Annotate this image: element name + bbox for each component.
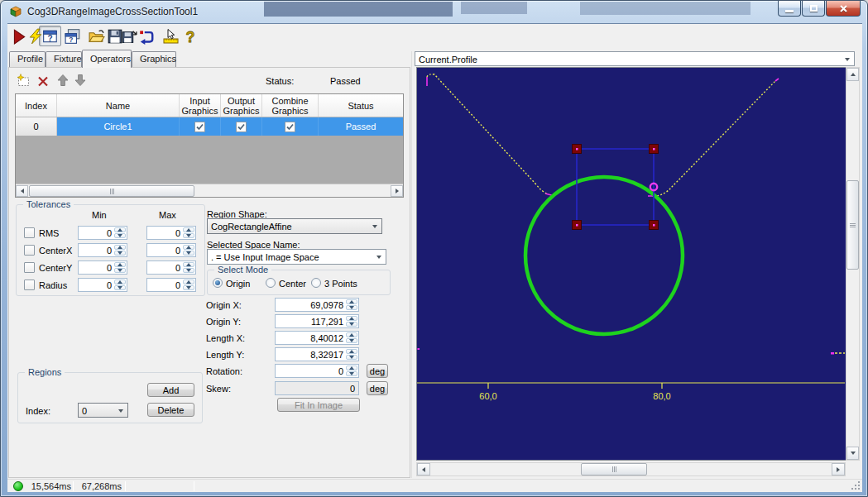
cell-status[interactable]: Passed	[319, 117, 403, 136]
tab-operators-label: Operators	[90, 54, 131, 64]
input-graphics-checkbox[interactable]	[194, 122, 205, 132]
centerx-min-spinner[interactable]	[114, 245, 126, 256]
centery-max-spinner[interactable]	[183, 262, 194, 273]
run-continuous-icon[interactable]	[27, 28, 44, 45]
origin-y-spinner[interactable]	[346, 316, 357, 327]
region-index-combo[interactable]: 0	[78, 403, 128, 418]
cell-output-graphics[interactable]	[221, 117, 262, 136]
table-h-scrollbar[interactable]	[16, 184, 403, 197]
centerx-checkbox[interactable]	[24, 245, 35, 256]
radio-origin-label[interactable]: Origin	[226, 279, 250, 289]
col-header-input-graphics[interactable]: Input Graphics	[180, 94, 221, 117]
centery-min-field[interactable]: 0	[78, 260, 127, 275]
length-y-field[interactable]: 8,32917	[275, 347, 359, 361]
col-header-output-graphics[interactable]: Output Graphics	[221, 94, 262, 117]
maximize-button[interactable]	[802, 1, 825, 17]
delete-region-button[interactable]: Delete	[147, 403, 194, 417]
centerx-max-spinner[interactable]	[183, 245, 194, 256]
profile-display[interactable]: 60,0 80,0	[416, 67, 846, 461]
origin-x-field[interactable]: 69,0978	[275, 298, 359, 312]
radio-origin[interactable]	[213, 278, 223, 288]
display-v-scrollbar[interactable]	[846, 67, 860, 461]
rotation-spinner[interactable]	[346, 366, 357, 376]
radio-3points[interactable]	[311, 278, 321, 288]
cell-name[interactable]: Circle1	[57, 117, 180, 136]
save-icon[interactable]	[107, 28, 123, 45]
rms-max-value: 0	[175, 228, 180, 238]
radius-min-spinner[interactable]	[114, 280, 126, 290]
help-icon[interactable]: ?	[182, 28, 199, 45]
resize-grip[interactable]	[851, 480, 861, 490]
rotation-deg-button[interactable]: deg	[367, 364, 388, 378]
pointer-ruler-icon[interactable]	[163, 28, 180, 45]
radius-max-spinner[interactable]	[183, 280, 194, 290]
scroll-right-arrow[interactable]	[391, 185, 403, 197]
move-down-icon[interactable]	[74, 74, 87, 87]
scroll-left-arrow[interactable]	[417, 463, 430, 475]
centery-checkbox[interactable]	[24, 262, 35, 273]
combine-graphics-checkbox[interactable]	[285, 122, 295, 132]
centery-min-spinner[interactable]	[114, 262, 126, 273]
col-header-name[interactable]: Name	[57, 94, 180, 117]
add-operator-icon[interactable]	[17, 74, 30, 87]
open-file-icon[interactable]	[89, 28, 105, 45]
tab-operators[interactable]: Operators	[82, 50, 132, 68]
save-as-icon[interactable]	[122, 28, 138, 45]
radio-center[interactable]	[266, 278, 276, 288]
rms-min-field[interactable]: 0	[78, 226, 127, 240]
radio-center-label[interactable]: Center	[279, 279, 306, 289]
region-shape-combo[interactable]: CogRectangleAffine	[207, 218, 382, 234]
radio-3points-label[interactable]: 3 Points	[324, 279, 357, 289]
fit-in-image-button[interactable]: Fit In Image	[277, 398, 360, 412]
tab-fixture[interactable]: Fixture	[46, 51, 82, 67]
display-h-scrollbar[interactable]	[416, 462, 846, 476]
scroll-up-arrow[interactable]	[846, 68, 859, 81]
skew-deg-button[interactable]: deg	[367, 381, 388, 395]
scroll-left-arrow[interactable]	[16, 185, 28, 197]
v-scroll-thumb[interactable]	[846, 180, 859, 270]
cell-input-graphics[interactable]	[180, 117, 221, 136]
radius-min-field[interactable]: 0	[78, 278, 127, 292]
minimize-button[interactable]	[778, 1, 801, 17]
rms-max-spinner[interactable]	[183, 227, 194, 238]
length-y-spinner[interactable]	[346, 349, 357, 360]
centerx-min-field[interactable]: 0	[78, 243, 127, 257]
float-tool-window-icon[interactable]: ?	[65, 28, 81, 45]
radius-max-field[interactable]: 0	[146, 278, 196, 292]
scroll-right-arrow[interactable]	[832, 463, 845, 475]
origin-x-value: 69,0978	[310, 300, 343, 310]
show-tool-window-icon[interactable]: ?	[42, 28, 59, 45]
radius-checkbox[interactable]	[24, 280, 35, 290]
scroll-down-arrow[interactable]	[846, 447, 859, 460]
delete-operator-icon[interactable]	[36, 74, 50, 88]
col-header-index[interactable]: Index	[16, 94, 57, 117]
rms-max-field[interactable]: 0	[146, 226, 196, 240]
move-up-icon[interactable]	[56, 74, 70, 87]
tab-profile[interactable]: Profile	[9, 51, 46, 67]
rms-checkbox[interactable]	[24, 227, 35, 238]
h-scroll-thumb[interactable]	[581, 463, 647, 475]
cell-combine-graphics[interactable]	[262, 117, 319, 136]
close-button[interactable]	[826, 1, 861, 17]
col-header-status[interactable]: Status	[319, 94, 403, 117]
skew-field: 0	[275, 381, 359, 395]
length-x-field[interactable]: 8,40012	[275, 331, 359, 345]
table-row[interactable]: 0 Circle1 Passed	[16, 117, 403, 136]
rotation-field[interactable]: 0	[275, 364, 359, 378]
run-icon[interactable]	[11, 28, 27, 45]
output-graphics-checkbox[interactable]	[236, 122, 247, 132]
origin-y-field[interactable]: 117,291	[275, 314, 359, 328]
tab-graphics[interactable]: Graphics	[132, 51, 176, 67]
centerx-max-field[interactable]: 0	[146, 243, 196, 257]
display-selector-combo[interactable]: Current.Profile	[415, 51, 855, 66]
centery-max-field[interactable]: 0	[146, 260, 196, 275]
reset-icon[interactable]	[138, 28, 155, 45]
rms-min-spinner[interactable]	[114, 227, 126, 238]
add-region-button[interactable]: Add	[147, 383, 194, 397]
length-x-spinner[interactable]	[346, 332, 357, 343]
col-header-combine-graphics[interactable]: Combine Graphics	[262, 94, 319, 117]
space-name-combo[interactable]: . = Use Input Image Space	[207, 249, 386, 265]
cell-index[interactable]: 0	[16, 117, 57, 136]
table-h-scroll-thumb[interactable]	[29, 185, 194, 197]
origin-x-spinner[interactable]	[346, 299, 357, 310]
